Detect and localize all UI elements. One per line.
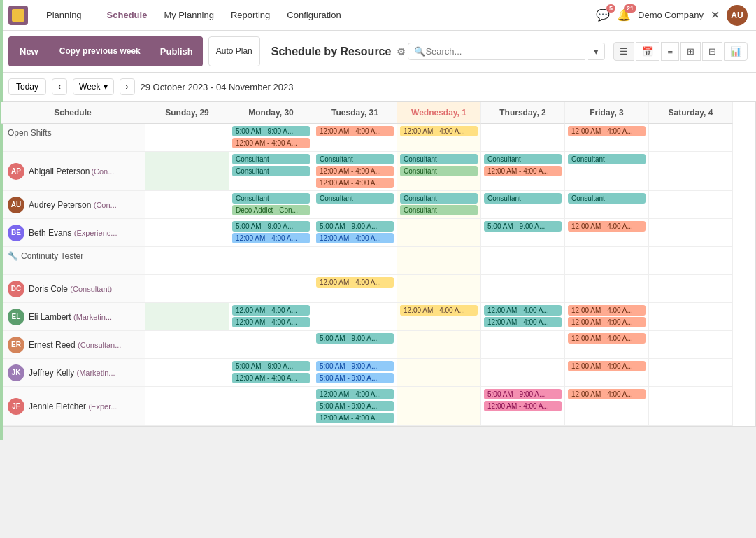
cell-audrey-wed[interactable]: Consultant Consultant (397, 191, 481, 219)
cell-open-sun[interactable] (145, 124, 229, 152)
cell-cont-sat[interactable] (649, 247, 733, 275)
event-pill[interactable]: 12:00 AM - 4:00 A... (316, 126, 394, 136)
auto-plan-button[interactable]: Auto Plan (208, 36, 260, 66)
event-pill[interactable]: 12:00 AM - 4:00 A... (568, 389, 646, 399)
event-pill[interactable]: 12:00 AM - 4:00 A... (568, 317, 646, 327)
nav-configuration[interactable]: Configuration (280, 7, 348, 23)
cell-abigail-sun[interactable] (145, 152, 229, 191)
nav-reporting[interactable]: Reporting (224, 7, 277, 23)
cell-audrey-thu[interactable]: Consultant (481, 191, 565, 219)
event-pill[interactable]: 12:00 AM - 4:00 A... (484, 166, 562, 176)
search-dropdown-button[interactable]: ▾ (588, 43, 605, 60)
nav-planning[interactable]: Planning (39, 7, 89, 23)
cell-cont-mon[interactable] (229, 247, 313, 275)
event-pill[interactable]: 12:00 AM - 4:00 A... (568, 333, 646, 344)
cell-abigail-thu[interactable]: Consultant 12:00 AM - 4:00 A... (481, 152, 565, 191)
cell-jennie-sat[interactable] (649, 387, 733, 426)
event-pill[interactable]: 5:00 AM - 9:00 A... (316, 333, 394, 344)
cell-ernest-thu[interactable] (481, 331, 565, 359)
cell-abigail-mon[interactable]: Consultant Consultant (229, 152, 313, 191)
event-pill[interactable]: 5:00 AM - 9:00 A... (232, 361, 310, 371)
event-pill[interactable]: 12:00 AM - 4:00 A... (568, 126, 646, 136)
cell-open-mon[interactable]: 5:00 AM - 9:00 A... 12:00 AM - 4:00 A... (229, 124, 313, 152)
cell-audrey-sat[interactable] (649, 191, 733, 219)
cell-audrey-fri[interactable]: Consultant (565, 191, 649, 219)
cell-doris-sun[interactable] (145, 275, 229, 303)
event-pill[interactable]: Consultant (316, 154, 394, 164)
event-pill[interactable]: Consultant (400, 193, 478, 204)
cell-jeffrey-tue[interactable]: 5:00 AM - 9:00 A... 5:00 AM - 9:00 A... (313, 359, 397, 387)
event-pill[interactable]: 12:00 AM - 4:00 A... (232, 305, 310, 316)
cell-audrey-sun[interactable] (145, 191, 229, 219)
search-input[interactable] (425, 46, 579, 57)
cell-jennie-mon[interactable] (229, 387, 313, 426)
cell-ernest-mon[interactable] (229, 331, 313, 359)
cell-open-wed[interactable]: 12:00 AM - 4:00 A... (397, 124, 481, 152)
event-pill[interactable]: Consultant (232, 154, 310, 164)
cell-doris-tue[interactable]: 12:00 AM - 4:00 A... (313, 275, 397, 303)
event-pill[interactable]: 5:00 AM - 9:00 A... (484, 389, 562, 399)
cell-open-tue[interactable]: 12:00 AM - 4:00 A... (313, 124, 397, 152)
event-pill[interactable]: 12:00 AM - 4:00 A... (400, 305, 478, 316)
next-arrow-button[interactable]: › (120, 78, 135, 95)
cell-beth-sun[interactable] (145, 219, 229, 247)
cell-cont-tue[interactable] (313, 247, 397, 275)
cell-open-thu[interactable] (481, 124, 565, 152)
cell-jennie-fri[interactable]: 12:00 AM - 4:00 A... (565, 387, 649, 426)
cell-eli-sun[interactable] (145, 303, 229, 331)
cell-eli-thu[interactable]: 12:00 AM - 4:00 A... 12:00 AM - 4:00 A..… (481, 303, 565, 331)
cell-doris-fri[interactable] (565, 275, 649, 303)
event-pill[interactable]: Consultant (400, 166, 478, 176)
calendar-view-button[interactable]: 📅 (636, 42, 659, 61)
cell-audrey-mon[interactable]: Consultant Deco Addict - Con... (229, 191, 313, 219)
cell-cont-sun[interactable] (145, 247, 229, 275)
cell-abigail-sat[interactable] (649, 152, 733, 191)
messages-icon[interactable]: 💬5 (596, 8, 610, 22)
cell-beth-thu[interactable]: 5:00 AM - 9:00 A... (481, 219, 565, 247)
cell-eli-mon[interactable]: 12:00 AM - 4:00 A... 12:00 AM - 4:00 A..… (229, 303, 313, 331)
event-pill[interactable]: 12:00 AM - 4:00 A... (484, 317, 562, 327)
event-pill[interactable]: 12:00 AM - 4:00 A... (316, 166, 394, 176)
event-pill[interactable]: Consultant (400, 205, 478, 215)
list-view-button[interactable]: ☰ (613, 42, 634, 61)
cell-beth-fri[interactable]: 12:00 AM - 4:00 A... (565, 219, 649, 247)
event-pill[interactable]: 12:00 AM - 4:00 A... (232, 233, 310, 243)
cell-ernest-fri[interactable]: 12:00 AM - 4:00 A... (565, 331, 649, 359)
cell-abigail-wed[interactable]: Consultant Consultant (397, 152, 481, 191)
app-logo[interactable] (8, 6, 28, 25)
cell-doris-wed[interactable] (397, 275, 481, 303)
avatar[interactable]: AU (727, 5, 748, 26)
cell-jennie-thu[interactable]: 5:00 AM - 9:00 A... 12:00 AM - 4:00 A... (481, 387, 565, 426)
cell-audrey-tue[interactable]: Consultant (313, 191, 397, 219)
today-button[interactable]: Today (8, 78, 46, 95)
event-pill[interactable]: 5:00 AM - 9:00 A... (232, 221, 310, 232)
cell-doris-mon[interactable] (229, 275, 313, 303)
cell-jeffrey-wed[interactable] (397, 359, 481, 387)
event-pill[interactable]: Consultant (232, 166, 310, 176)
event-pill[interactable]: 5:00 AM - 9:00 A... (316, 361, 394, 371)
event-pill[interactable]: Consultant (316, 193, 394, 204)
chart-view-button[interactable]: 📊 (724, 42, 748, 61)
event-pill[interactable]: 12:00 AM - 4:00 A... (316, 178, 394, 188)
nav-schedule[interactable]: Schedule (100, 7, 155, 23)
cell-jennie-sun[interactable] (145, 387, 229, 426)
cell-eli-tue[interactable] (313, 303, 397, 331)
cell-jeffrey-fri[interactable]: 12:00 AM - 4:00 A... (565, 359, 649, 387)
event-pill[interactable]: 12:00 AM - 4:00 A... (232, 317, 310, 327)
event-pill[interactable]: 5:00 AM - 9:00 A... (316, 401, 394, 411)
event-pill[interactable]: Consultant (568, 193, 646, 204)
cell-open-fri[interactable]: 12:00 AM - 4:00 A... (565, 124, 649, 152)
event-pill[interactable]: 12:00 AM - 4:00 A... (316, 413, 394, 423)
activity-icon[interactable]: 🔔21 (617, 8, 631, 22)
copy-previous-week-button[interactable]: Copy previous week (50, 36, 150, 66)
cell-jeffrey-sun[interactable] (145, 359, 229, 387)
cell-beth-wed[interactable] (397, 219, 481, 247)
event-pill[interactable]: 12:00 AM - 4:00 A... (232, 373, 310, 383)
cell-abigail-tue[interactable]: Consultant 12:00 AM - 4:00 A... 12:00 AM… (313, 152, 397, 191)
cell-eli-wed[interactable]: 12:00 AM - 4:00 A... (397, 303, 481, 331)
event-pill[interactable]: Consultant (232, 193, 310, 204)
cell-beth-mon[interactable]: 5:00 AM - 9:00 A... 12:00 AM - 4:00 A... (229, 219, 313, 247)
new-button[interactable]: New (8, 36, 50, 66)
cell-eli-sat[interactable] (649, 303, 733, 331)
event-pill[interactable]: 12:00 AM - 4:00 A... (316, 233, 394, 243)
